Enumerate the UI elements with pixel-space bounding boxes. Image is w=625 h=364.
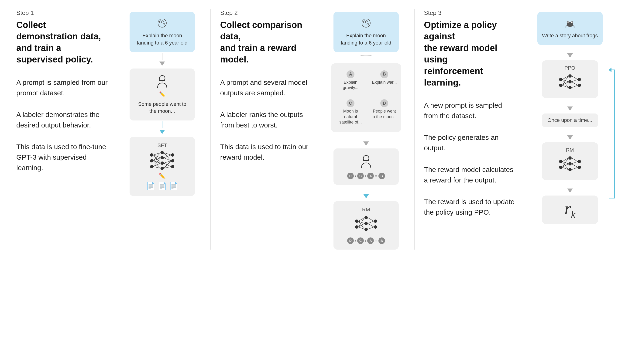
ppo-label: PPO [564,65,575,71]
svg-point-87 [578,166,581,169]
frog-icon [564,17,576,29]
output-c-text: Moon is natural satellite of... [337,109,364,125]
svg-point-36 [367,20,368,21]
step-2-column: Step 2 Collect comparison data,and train… [211,9,415,250]
step-1-desc-1: A prompt is sampled from our prompt data… [16,77,110,98]
svg-point-82 [559,166,562,169]
step-1-prompt-box: Explain the moon landing to a 6 year old [129,12,195,52]
eq-1: = [375,174,377,178]
svg-point-40 [355,219,358,223]
rm-nn-icon-2 [353,214,379,235]
arrow-line-1 [162,53,162,60]
rm-ranking-display: D › C › A = B [347,238,385,244]
step-2-prompt-text: Explain the moon landing to a 6 year old [338,32,394,47]
svg-line-30 [164,163,171,167]
svg-point-9 [160,151,164,154]
svg-line-24 [153,163,160,167]
output-c: C Moon is natural satellite of... [335,96,366,128]
svg-line-95 [572,161,578,164]
arrow-head-4 [363,194,369,198]
svg-line-88 [562,158,568,161]
outputs-grid: A Explain gravity... B Explain war... C … [335,67,400,128]
svg-point-70 [578,84,581,87]
arrow-head-6 [567,106,573,111]
svg-point-1 [159,21,162,23]
output-text: Once upon a time... [547,117,593,123]
rm-rank-a: A [367,238,374,244]
step-3-label: Step 3 [424,9,517,17]
output-d-label: D [380,99,388,107]
output-text-box: Once upon a time... [542,114,598,127]
svg-point-86 [578,160,581,163]
rk-box: rk [542,196,598,224]
output-c-label: C [346,99,354,107]
gt-2: › [365,174,366,178]
svg-line-80 [572,85,578,88]
svg-rect-5 [159,80,165,81]
rm-eq-1: = [375,239,377,243]
step-3-desc-1: A new prompt is sampled from the dataset… [424,100,517,121]
svg-point-14 [171,159,174,162]
rank-c: C [357,173,364,179]
rm-rank-d: D [347,238,354,244]
rm-rank-c: C [357,238,364,244]
svg-point-83 [568,156,572,160]
person-icon-2 [358,154,374,170]
arrow-line-3 [366,133,366,140]
svg-line-97 [572,167,578,170]
step-3-desc-4: The reward is used to update the policy … [424,196,517,217]
svg-line-94 [572,158,578,161]
rm-nn-icon-3 [557,154,583,176]
svg-point-15 [171,165,174,168]
svg-point-81 [559,160,562,163]
outputs-grid-container: A Explain gravity... B Explain war... C … [331,63,401,132]
svg-point-85 [568,168,572,171]
output-b-text: Explain war... [372,80,397,85]
svg-point-44 [365,228,368,231]
rank-d: D [347,173,354,179]
rank-b: B [378,173,385,179]
sft-label: SFT [157,142,167,149]
svg-line-31 [164,167,171,168]
svg-point-8 [150,165,153,168]
step-1-labeler-text: Some people went to the moon... [134,101,190,115]
step-3-title: Optimize a policy againstthe reward mode… [424,19,517,88]
svg-point-13 [171,153,174,157]
edit-icon-1: ✏️ [159,91,165,97]
rk-display: rk [564,200,575,219]
step-3-desc-3: The reward model calculates a reward for… [424,164,517,185]
arrow-line-4 [366,186,366,192]
svg-point-68 [568,86,572,89]
step-1-title: Collect demonstration data,and train a s… [16,19,110,65]
svg-marker-98 [609,68,612,72]
rm-label-3: RM [566,147,574,153]
svg-point-41 [355,225,358,229]
step-1-sft-box: SFT [129,137,195,196]
svg-line-27 [164,155,171,158]
step-1-labeler-box: ✏️ Some people went to the moon... [129,68,195,121]
step-1-desc-3: This data is used to fine-tune GPT-3 wit… [16,141,110,173]
step-1-label: Step 1 [16,9,110,17]
arrow-line-5 [570,46,570,52]
svg-point-11 [160,161,164,165]
svg-point-0 [158,19,166,27]
rm-label-2: RM [362,207,370,213]
step-3-rm-box: RM [542,142,598,180]
output-a: A Explain gravity... [335,67,366,94]
step-2-desc-3: This data is used to train our reward mo… [220,141,313,162]
output-a-label: A [346,70,354,78]
svg-line-75 [562,82,568,85]
svg-point-66 [568,74,572,78]
svg-point-34 [362,19,370,27]
svg-point-42 [365,216,368,219]
step-2-diagram: Explain the moon landing to a 6 year old… [327,9,405,250]
output-a-text: Explain gravity... [337,80,364,91]
arrow-line-8 [570,181,570,187]
svg-line-53 [368,218,374,221]
output-b: B Explain war... [369,67,400,94]
svg-point-62 [568,22,569,23]
step-1-prompt-text: Explain the moon landing to a 6 year old [134,32,190,47]
arrow-head-7 [567,135,573,140]
svg-line-54 [368,221,374,223]
arrow-head-8 [567,188,573,193]
